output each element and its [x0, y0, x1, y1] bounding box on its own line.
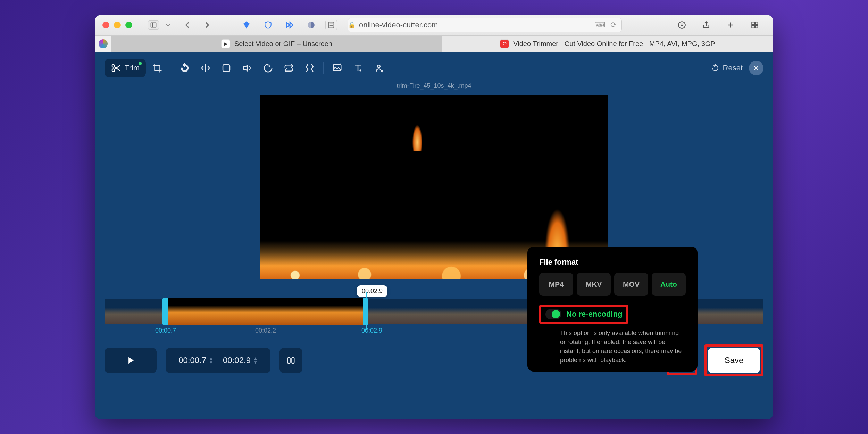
close-button[interactable] — [749, 61, 763, 75]
video-editor-app: Trim Reset — [95, 52, 773, 419]
svg-rect-0 — [151, 23, 156, 27]
format-options: MP4 MKV MOV Auto — [539, 273, 686, 296]
extension-moon-icon[interactable] — [304, 18, 318, 32]
url-bar[interactable]: 🔒 online-video-cutter.com ⌨︎ ⟳ — [348, 18, 622, 32]
sidebar-toggle-button[interactable] — [148, 20, 159, 30]
downloads-button[interactable] — [675, 18, 689, 32]
filename-label: trim-Fire_45_10s_4k_.mp4 — [105, 82, 763, 90]
highlight-save: Save — [704, 344, 763, 376]
start-time-stepper[interactable]: ▲▼ — [209, 357, 213, 364]
play-button[interactable] — [105, 348, 157, 373]
timeline-start-value: 00:00.7 — [155, 327, 176, 334]
editor-toolbar: Trim Reset — [105, 59, 763, 77]
new-tab-button[interactable] — [723, 18, 738, 32]
sidebar-dropdown-icon[interactable] — [164, 18, 173, 32]
forward-button[interactable] — [200, 18, 214, 32]
time-range-input[interactable]: 00:00.7 ▲▼ 00:02.9 ▲▼ — [166, 348, 270, 373]
remove-bg-tool-button[interactable] — [369, 59, 388, 77]
svg-rect-7 — [752, 22, 754, 25]
trim-selection[interactable] — [162, 298, 368, 325]
no-reencoding-label: No re-encoding — [566, 310, 622, 319]
save-label: Save — [725, 356, 744, 365]
svg-rect-10 — [755, 25, 758, 28]
close-window-button[interactable] — [102, 22, 109, 28]
tab-label: Select Video or GIF – Unscreen — [234, 40, 332, 48]
reader-mode-button[interactable] — [325, 20, 337, 30]
svg-rect-17 — [292, 357, 294, 363]
trim-tool-button[interactable]: Trim — [105, 59, 146, 77]
end-time-stepper[interactable]: ▲▼ — [253, 357, 258, 364]
reload-button[interactable]: ⟳ — [610, 20, 617, 30]
extension-fastforward-icon[interactable] — [282, 18, 297, 32]
traffic-lights[interactable] — [102, 22, 132, 28]
safari-window: 🔒 online-video-cutter.com ⌨︎ ⟳ ▶ Select … — [95, 15, 773, 419]
url-text: online-video-cutter.com — [359, 20, 438, 30]
pinned-tab[interactable] — [95, 36, 111, 52]
trim-label: Trim — [125, 64, 140, 73]
video-favicon-icon: ▶ — [221, 39, 230, 48]
reset-label: Reset — [723, 64, 743, 73]
save-button[interactable]: Save — [708, 348, 760, 373]
maximize-window-button[interactable] — [125, 22, 132, 28]
tab-overview-button[interactable] — [748, 18, 762, 32]
svg-point-15 — [377, 65, 380, 68]
no-reencoding-description: This option is only available when trimm… — [539, 328, 686, 365]
tab-label: Video Trimmer - Cut Video Online for Fre… — [513, 40, 715, 48]
back-button[interactable] — [180, 18, 195, 32]
timeline-mid-value: 00:02.2 — [255, 327, 276, 334]
flip-tool-button[interactable] — [196, 59, 215, 77]
browser-titlebar: 🔒 online-video-cutter.com ⌨︎ ⟳ — [95, 15, 773, 36]
share-button[interactable] — [699, 18, 713, 32]
minimize-window-button[interactable] — [114, 22, 121, 28]
selection-thumbnail — [168, 298, 363, 325]
volume-tool-button[interactable] — [238, 59, 257, 77]
flame-graphic — [410, 109, 425, 151]
trim-handle-left[interactable] — [164, 306, 166, 317]
file-format-heading: File format — [539, 258, 686, 267]
playhead[interactable] — [366, 292, 367, 330]
svg-rect-9 — [752, 25, 754, 28]
stabilize-tool-button[interactable] — [300, 59, 319, 77]
no-reencoding-toggle[interactable] — [545, 309, 561, 319]
toggle-knob-icon — [552, 310, 560, 318]
timeline-end-value: 00:02.9 — [361, 327, 382, 334]
split-button[interactable] — [279, 348, 302, 373]
format-mov-button[interactable]: MOV — [614, 273, 648, 296]
speed-tool-button[interactable] — [259, 59, 277, 77]
crop-tool-button[interactable] — [148, 59, 167, 77]
highlight-no-reencoding: No re-encoding — [539, 305, 628, 324]
lock-icon: 🔒 — [348, 21, 356, 29]
onetool-favicon-icon: O — [500, 39, 509, 48]
loop-tool-button[interactable] — [279, 59, 298, 77]
svg-rect-16 — [288, 357, 290, 363]
svg-rect-13 — [223, 65, 230, 72]
start-time-value: 00:00.7 — [178, 356, 206, 365]
image-tool-button[interactable] — [328, 59, 347, 77]
tab-video-trimmer[interactable]: O Video Trimmer - Cut Video Online for F… — [442, 36, 773, 52]
clickup-favicon-icon — [99, 39, 108, 48]
extension-gem-icon[interactable] — [239, 18, 254, 32]
end-time-value: 00:02.9 — [223, 356, 251, 365]
separator — [171, 62, 171, 74]
extension-shield-icon[interactable] — [261, 18, 275, 32]
tab-bar: ▶ Select Video or GIF – Unscreen O Video… — [95, 36, 773, 52]
format-mp4-button[interactable]: MP4 — [539, 273, 573, 296]
tab-unscreen[interactable]: ▶ Select Video or GIF – Unscreen — [111, 36, 442, 52]
separator — [323, 62, 324, 74]
rotate-tool-button[interactable] — [175, 59, 194, 77]
svg-rect-8 — [755, 22, 758, 25]
playhead-tooltip: 00:02.9 — [357, 285, 387, 297]
format-mkv-button[interactable]: MKV — [577, 273, 611, 296]
settings-popup: File format MP4 MKV MOV Auto No re-encod… — [527, 247, 698, 372]
text-tool-button[interactable] — [349, 59, 367, 77]
reset-button[interactable]: Reset — [711, 64, 743, 73]
resize-tool-button[interactable] — [217, 59, 236, 77]
format-auto-button[interactable]: Auto — [652, 273, 686, 296]
translate-icon[interactable]: ⌨︎ — [594, 20, 606, 30]
